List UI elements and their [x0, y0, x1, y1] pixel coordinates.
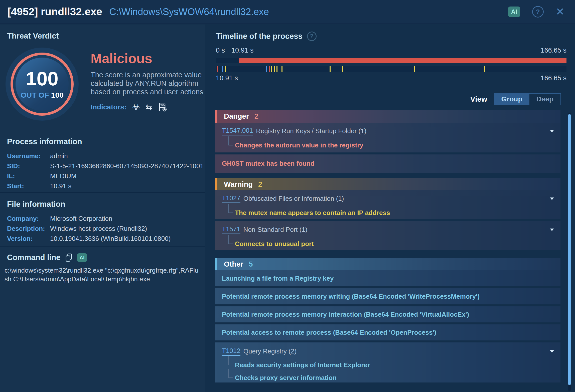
timeline-tick — [276, 66, 277, 72]
score-out-of-label: OUT OF — [21, 91, 51, 99]
detections-list: Danger 2 T1547.001 Registry Run Keys / S… — [215, 110, 560, 382]
ai-command-line-button[interactable]: AI — [77, 253, 87, 262]
row-value: 10.0.19041.3636 (WinBuild.160101.0800) — [50, 235, 205, 243]
technique-label: Registry Run Keys / Startup Folder (1) — [256, 127, 366, 135]
warning-technique-box[interactable]: T1027 Obfuscated Files or Information (1… — [215, 190, 560, 219]
row-value: 10.91 s — [50, 182, 205, 190]
technique-id-link[interactable]: T1012 — [222, 347, 240, 356]
technique-row: T1012 Query Registry (2) — [215, 347, 560, 356]
process-details-window: [4952] rundll32.exe C:\Windows\SysWOW64\… — [0, 0, 575, 392]
threat-verdict-title: Threat Verdict — [0, 25, 205, 41]
technique-label: Non-Standard Port (1) — [243, 226, 308, 234]
technique-id-link[interactable]: T1027 — [222, 194, 240, 203]
indicators-row: Indicators: ☣ ⇆ — [91, 103, 201, 112]
file-information-table: Company: Microsoft Corporation Descripti… — [7, 215, 205, 243]
chevron-down-icon[interactable] — [550, 229, 554, 231]
warning-detection[interactable]: Connects to unusual port — [215, 240, 560, 248]
row-label: Username: — [7, 152, 50, 160]
other-group-header: Other 5 — [215, 258, 560, 270]
chevron-down-icon[interactable] — [550, 198, 554, 200]
other-detection[interactable]: Launching a file from a Registry key — [215, 270, 560, 286]
close-icon[interactable]: ✕ — [556, 7, 564, 17]
row-value: admin — [50, 152, 205, 160]
checkered-flag-plus-icon[interactable] — [158, 103, 167, 112]
timeline-help-icon[interactable]: ? — [307, 32, 317, 41]
timeline-zero-label: 0 s — [216, 47, 225, 54]
timeline-lifetime-bar[interactable] — [216, 58, 566, 63]
timeline-active-segment — [239, 58, 566, 63]
warning-technique-box[interactable]: T1571 Non-Standard Port (1) Connects to … — [215, 221, 560, 250]
other-detection[interactable]: Potential remote process memory interact… — [215, 306, 560, 322]
other-detection[interactable]: Potential remote process memory writing … — [215, 288, 560, 304]
timeline-tick — [484, 66, 485, 72]
technique-id-link[interactable]: T1547.001 — [222, 127, 253, 135]
row-label: Version: — [7, 235, 50, 243]
score-out-of-total: 100 — [51, 91, 64, 99]
file-information-section: File information Company: Microsoft Corp… — [0, 193, 205, 247]
danger-technique-box[interactable]: T1547.001 Registry Run Keys / Startup Fo… — [215, 123, 560, 152]
timeline-tick — [217, 66, 218, 72]
help-icon[interactable]: ? — [532, 6, 544, 18]
timeline-header: Timeline of the process ? — [216, 32, 575, 41]
warning-detection[interactable]: The mutex name appears to contain an IP … — [215, 209, 560, 217]
process-information-title: Process information — [0, 130, 205, 146]
process-information-table: Username: admin SID: S-1-5-21-1693682860… — [7, 152, 205, 190]
file-information-title: File information — [0, 193, 205, 209]
timeline-tick — [222, 66, 223, 72]
row-value: MEDIUM — [50, 172, 205, 180]
indicators-label: Indicators: — [91, 103, 126, 111]
technique-row: T1571 Non-Standard Port (1) — [215, 225, 560, 234]
timeline-title: Timeline of the process — [216, 32, 303, 41]
command-line-section: Command line AI c:\windows\system32\rund… — [0, 247, 205, 284]
timeline-tick — [269, 66, 270, 72]
view-option-deep[interactable]: Deep — [529, 94, 560, 105]
copy-icon[interactable] — [65, 253, 73, 262]
other-technique-box[interactable]: T1012 Query Registry (2) Reads security … — [215, 342, 560, 382]
danger-group-name: Danger — [224, 112, 249, 120]
row-label: SID: — [7, 162, 50, 170]
warning-group-name: Warning — [224, 180, 253, 188]
other-detection[interactable]: Checks proxy server information — [215, 374, 560, 382]
header-controls: AI ? ✕ — [508, 6, 564, 18]
danger-detection[interactable]: GH0ST mutex has been found — [215, 154, 560, 173]
timeline-tick — [330, 66, 331, 72]
view-toggle: Group Deep — [494, 93, 561, 105]
ai-summary-button[interactable]: AI — [508, 7, 520, 17]
chevron-down-icon[interactable] — [550, 350, 554, 353]
other-detection[interactable]: Potential access to remote process (Base… — [215, 324, 560, 340]
chevron-down-icon[interactable] — [550, 130, 554, 132]
technique-id-link[interactable]: T1571 — [222, 225, 240, 234]
row-value: Microsoft Corporation — [50, 215, 205, 223]
danger-group-count: 2 — [254, 112, 258, 120]
row-label: Start: — [7, 182, 50, 190]
timeline-tick — [225, 66, 226, 72]
timeline-bottom-end-label: 166.65 s — [540, 74, 566, 82]
technique-row: T1547.001 Registry Run Keys / Startup Fo… — [215, 127, 560, 135]
other-group-name: Other — [224, 260, 243, 268]
transfer-arrows-icon[interactable]: ⇆ — [146, 103, 152, 111]
timeline-tick — [271, 66, 272, 72]
biohazard-icon[interactable]: ☣ — [132, 103, 140, 112]
timeline-ticks-bar[interactable] — [216, 66, 566, 72]
warning-group-header: Warning 2 — [215, 178, 560, 190]
row-label: IL: — [7, 172, 50, 180]
row-value: Windows host process (Rundll32) — [50, 225, 205, 233]
danger-detection[interactable]: Changes the autorun value in the registr… — [215, 141, 560, 149]
score-out-of: OUT OF 100 — [21, 91, 64, 99]
other-detection[interactable]: Reads security settings of Internet Expl… — [215, 361, 560, 369]
timeline-start-label: 10.91 s — [231, 47, 254, 54]
view-toggle-row: View Group Deep — [206, 93, 561, 105]
danger-group-header: Danger 2 — [215, 110, 560, 123]
scrollbar-thumb[interactable] — [568, 114, 571, 385]
scrollbar-track[interactable] — [568, 113, 571, 391]
view-option-group[interactable]: Group — [494, 94, 529, 105]
process-path-link[interactable]: C:\Windows\SysWOW64\rundll32.exe — [109, 7, 269, 17]
command-line-title: Command line — [7, 253, 61, 262]
threat-verdict-section: Threat Verdict 100 OUT OF 100 Malicious … — [0, 25, 205, 130]
timeline-tick — [266, 66, 267, 72]
warning-group-count: 2 — [258, 180, 262, 188]
timeline-end-label: 166.65 s — [540, 47, 566, 54]
score-value: 100 — [26, 69, 58, 88]
technique-label: Obfuscated Files or Information (1) — [243, 195, 344, 203]
timeline-tick — [342, 66, 343, 72]
